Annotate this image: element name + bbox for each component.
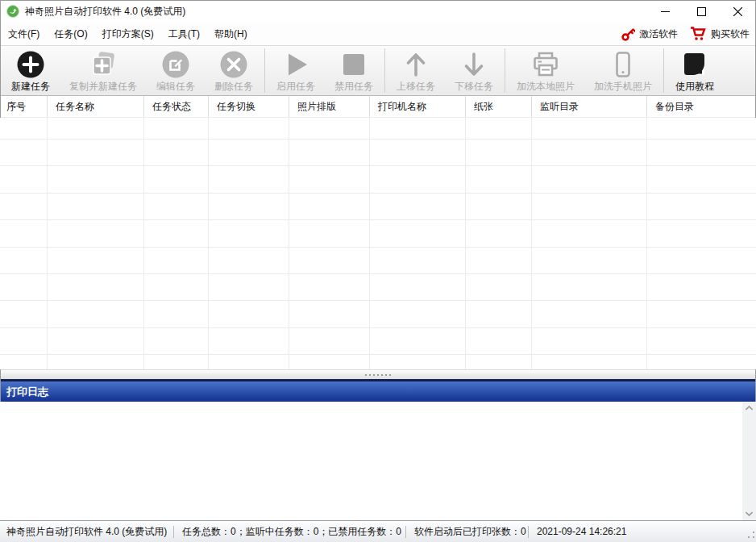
close-icon [733,7,742,16]
disable-task-label: 禁用任务 [334,80,373,93]
column-header-backup-dir[interactable]: 备份目录 [647,96,756,117]
new-task-label: 新建任务 [11,80,50,93]
printer-icon [531,49,560,80]
arrow-up-icon [401,49,430,80]
move-up-task-label: 上移任务 [397,80,435,93]
toolbar: 新建任务 复制并新建任务 编辑任务 [0,46,756,96]
app-window: 神奇照片自动打印软件 4.0 (免费试用) 文件(F) 任务(O) 打印方案(S… [0,0,756,542]
menu-item-task[interactable]: 任务(O) [48,23,93,45]
stop-icon [339,49,368,80]
edit-circle-icon [161,49,190,80]
table-column [48,118,144,369]
column-header-watch-dir[interactable]: 监听目录 [532,96,647,117]
status-bar: 神奇照片自动打印软件 4.0 (免费试用) 任务总数：0；监听中任务数：0；已禁… [0,520,756,542]
print-local-photos-button[interactable]: 加洗本地照片 [507,46,584,95]
task-table-header: 序号 任务名称 任务状态 任务切换 照片排版 打印机名称 纸张 监听目录 备份目… [0,96,756,118]
table-column [532,118,647,369]
enable-task-button[interactable]: 启用任务 [267,46,325,95]
edit-task-label: 编辑任务 [156,80,195,93]
scroll-up-button[interactable] [742,402,756,415]
chevron-down-icon [746,511,753,516]
maximize-button[interactable] [683,0,720,23]
book-icon [680,49,709,80]
menu-item-print-plan[interactable]: 打印方案(S) [96,23,160,45]
move-down-task-label: 下移任务 [455,80,493,93]
column-header-index[interactable]: 序号 [0,96,48,117]
app-logo-icon [6,5,19,18]
edit-task-button[interactable]: 编辑任务 [147,46,205,95]
toolbar-separator [663,48,664,93]
table-column [0,118,48,369]
toolbar-separator [384,48,385,93]
title-bar: 神奇照片自动打印软件 4.0 (免费试用) [0,0,756,23]
new-task-button[interactable]: 新建任务 [2,46,60,95]
activate-software-label: 激活软件 [639,27,678,41]
smartphone-icon [609,49,638,80]
toolbar-separator [505,48,505,93]
minimize-button[interactable] [647,0,683,23]
enable-task-label: 启用任务 [276,80,315,93]
menu-item-tools[interactable]: 工具(T) [162,23,206,45]
column-header-paper[interactable]: 纸张 [466,96,532,117]
key-icon [621,27,635,41]
print-log-header: 打印日志 [0,379,756,402]
menu-item-file[interactable]: 文件(F) [2,23,46,45]
disable-task-button[interactable]: 禁用任务 [325,46,383,95]
plus-circle-icon [16,49,45,80]
buy-software-label: 购买软件 [711,27,750,41]
window-title: 神奇照片自动打印软件 4.0 (免费试用) [25,5,185,19]
delete-task-label: 删除任务 [214,80,253,93]
scroll-down-button[interactable] [742,507,756,520]
table-column [466,118,532,369]
move-down-task-button[interactable]: 下移任务 [445,46,503,95]
copy-new-task-label: 复制并新建任务 [69,80,137,93]
column-header-task-status[interactable]: 任务状态 [144,96,209,117]
table-column [144,118,209,369]
chevron-up-icon [746,406,753,411]
status-timestamp: 2021-09-24 14:26:21 [529,526,634,537]
resize-grip[interactable] [746,532,754,540]
column-header-printer-name[interactable]: 打印机名称 [370,96,466,117]
copy-plus-icon [89,49,118,80]
table-column [370,118,466,369]
copy-new-task-button[interactable]: 复制并新建任务 [60,46,147,95]
print-phone-photos-label: 加洗手机照片 [594,80,652,93]
status-task-counts: 任务总数：0；监听中任务数：0；已禁用任务数：0 [174,525,405,539]
close-button[interactable] [720,0,756,23]
table-column [209,118,289,369]
maximize-icon [697,7,706,16]
toolbar-separator [264,48,265,93]
arrow-down-icon [459,49,488,80]
column-header-task-name[interactable]: 任务名称 [48,96,144,117]
x-circle-icon [219,49,248,80]
print-log-title: 打印日志 [6,385,48,399]
buy-software-button[interactable]: 购买软件 [691,27,750,41]
window-controls [647,0,756,23]
tutorial-label: 使用教程 [675,80,714,93]
menu-bar: 文件(F) 任务(O) 打印方案(S) 工具(T) 帮助(H) 激活软件 购买软… [0,23,756,46]
print-local-photos-label: 加洗本地照片 [517,80,575,93]
column-header-photo-layout[interactable]: 照片排版 [289,96,370,117]
delete-task-button[interactable]: 删除任务 [205,46,263,95]
activate-software-button[interactable]: 激活软件 [621,27,678,41]
play-icon [281,49,310,80]
print-phone-photos-button[interactable]: 加洗手机照片 [584,46,662,95]
status-app-name: 神奇照片自动打印软件 4.0 (免费试用) [0,525,173,539]
move-up-task-button[interactable]: 上移任务 [387,46,445,95]
table-column [289,118,370,369]
print-log-area [0,402,756,520]
minimize-icon [661,7,670,16]
splitter-handle[interactable] [0,369,756,379]
table-column [647,118,756,369]
menu-bar-right: 激活软件 购买软件 [621,27,756,41]
column-header-task-switch[interactable]: 任务切换 [209,96,289,117]
log-scrollbar[interactable] [742,402,756,520]
cart-icon [691,27,707,41]
menu-item-help[interactable]: 帮助(H) [208,23,254,45]
tutorial-button[interactable]: 使用教程 [666,46,724,95]
task-table-body [0,118,756,369]
status-printed-count: 软件启动后已打印张数：0 [406,525,528,539]
